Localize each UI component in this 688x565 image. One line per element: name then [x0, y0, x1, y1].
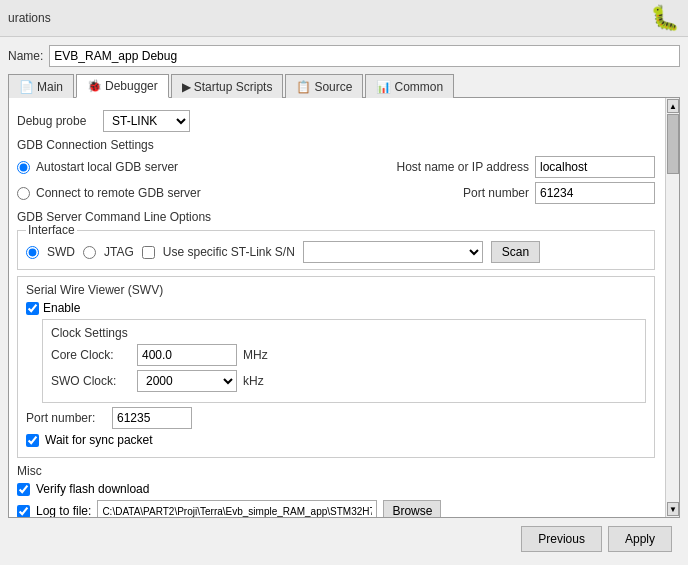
swv-title: Serial Wire Viewer (SWV) — [26, 283, 646, 297]
swv-enable-checkbox[interactable] — [26, 302, 39, 315]
common-tab-icon: 📊 — [376, 80, 391, 94]
interface-group-title: Interface — [26, 223, 77, 237]
wait-sync-label: Wait for sync packet — [45, 433, 153, 447]
host-input[interactable] — [535, 156, 655, 178]
gdb-connection-label: GDB Connection Settings — [17, 138, 655, 152]
jtag-label: JTAG — [104, 245, 134, 259]
tab-main[interactable]: 📄 Main — [8, 74, 74, 98]
interface-group: Interface SWD JTAG Use specific ST-Link … — [17, 230, 655, 270]
port-number-row: Port number: — [26, 407, 646, 429]
tab-debugger[interactable]: 🐞 Debugger — [76, 74, 169, 98]
browse-button[interactable]: Browse — [383, 500, 441, 518]
autostart-label: Autostart local GDB server — [36, 160, 178, 174]
main-tab-icon: 📄 — [19, 80, 34, 94]
log-to-file-checkbox[interactable] — [17, 505, 30, 518]
verify-flash-label: Verify flash download — [36, 482, 149, 496]
apply-button[interactable]: Apply — [608, 526, 672, 552]
swd-label: SWD — [47, 245, 75, 259]
scrollbar-thumb[interactable] — [667, 114, 679, 174]
gdb-server-options-label: GDB Server Command Line Options — [17, 210, 655, 224]
wait-sync-row: Wait for sync packet — [26, 433, 646, 447]
autostart-radio[interactable] — [17, 161, 30, 174]
swv-enable-label: Enable — [43, 301, 80, 315]
swd-radio[interactable] — [26, 246, 39, 259]
scrollbar-up[interactable]: ▲ — [667, 99, 679, 113]
misc-section: Misc Verify flash download Log to file: … — [17, 464, 655, 518]
specific-stlink-label: Use specific ST-Link S/N — [163, 245, 295, 259]
clock-group: Clock Settings Core Clock: MHz SWO Clock… — [42, 319, 646, 403]
verify-flash-row: Verify flash download — [17, 482, 655, 496]
core-clock-row: Core Clock: MHz — [51, 344, 637, 366]
scan-button[interactable]: Scan — [491, 241, 540, 263]
name-label: Name: — [8, 49, 43, 63]
remote-row: Connect to remote GDB server Port number — [17, 182, 655, 204]
swv-group: Serial Wire Viewer (SWV) Enable Clock Se… — [17, 276, 655, 458]
log-to-file-row: Log to file: Browse — [17, 500, 655, 518]
jtag-radio[interactable] — [83, 246, 96, 259]
title-bar: urations 🐛 — [0, 0, 688, 37]
core-clock-input[interactable] — [137, 344, 237, 366]
log-to-file-label: Log to file: — [36, 504, 91, 518]
debug-probe-select[interactable]: ST-LINK J-Link OpenOCD — [103, 110, 190, 132]
bug-icon: 🐛 — [650, 4, 680, 32]
specific-stlink-checkbox[interactable] — [142, 246, 155, 259]
content-panel: ▲ ▼ Debug probe ST-LINK J-Link OpenOCD G… — [8, 98, 680, 518]
swo-clock-select[interactable]: 2000 1000 500 — [137, 370, 237, 392]
port-label-gdb: Port number — [463, 186, 529, 200]
port-number-label: Port number: — [26, 411, 106, 425]
inner-content: Debug probe ST-LINK J-Link OpenOCD GDB C… — [17, 110, 671, 518]
name-input[interactable] — [49, 45, 680, 67]
autostart-row: Autostart local GDB server Host name or … — [17, 156, 655, 178]
verify-flash-checkbox[interactable] — [17, 483, 30, 496]
port-number-input[interactable] — [112, 407, 192, 429]
clock-settings-title: Clock Settings — [51, 326, 637, 340]
remote-label: Connect to remote GDB server — [36, 186, 201, 200]
wait-sync-checkbox[interactable] — [26, 434, 39, 447]
scrollbar-down[interactable]: ▼ — [667, 502, 679, 516]
debug-probe-label: Debug probe — [17, 114, 97, 128]
log-to-file-input[interactable] — [97, 500, 377, 518]
scrollbar[interactable]: ▲ ▼ — [665, 98, 679, 517]
source-tab-icon: 📋 — [296, 80, 311, 94]
stlink-sn-select[interactable] — [303, 241, 483, 263]
interface-row: SWD JTAG Use specific ST-Link S/N Scan — [26, 241, 646, 263]
port-input-gdb[interactable] — [535, 182, 655, 204]
remote-radio[interactable] — [17, 187, 30, 200]
swv-enable-row: Enable — [26, 301, 646, 315]
debug-probe-row: Debug probe ST-LINK J-Link OpenOCD — [17, 110, 655, 132]
tab-source[interactable]: 📋 Source — [285, 74, 363, 98]
debugger-tab-icon: 🐞 — [87, 79, 102, 93]
tab-startup[interactable]: ▶ Startup Scripts — [171, 74, 284, 98]
core-clock-unit: MHz — [243, 348, 268, 362]
swo-clock-label: SWO Clock: — [51, 374, 131, 388]
title-text: urations — [8, 11, 51, 25]
tabs-bar: 📄 Main 🐞 Debugger ▶ Startup Scripts 📋 So… — [8, 73, 680, 98]
previous-button[interactable]: Previous — [521, 526, 602, 552]
name-row: Name: — [8, 45, 680, 67]
tab-common[interactable]: 📊 Common — [365, 74, 454, 98]
host-label: Host name or IP address — [396, 160, 529, 174]
bottom-buttons: Previous Apply — [8, 518, 680, 560]
misc-label: Misc — [17, 464, 655, 478]
startup-tab-icon: ▶ — [182, 80, 191, 94]
swo-clock-unit: kHz — [243, 374, 264, 388]
swo-clock-row: SWO Clock: 2000 1000 500 kHz — [51, 370, 637, 392]
main-container: Name: 📄 Main 🐞 Debugger ▶ Startup Script… — [0, 37, 688, 565]
core-clock-label: Core Clock: — [51, 348, 131, 362]
